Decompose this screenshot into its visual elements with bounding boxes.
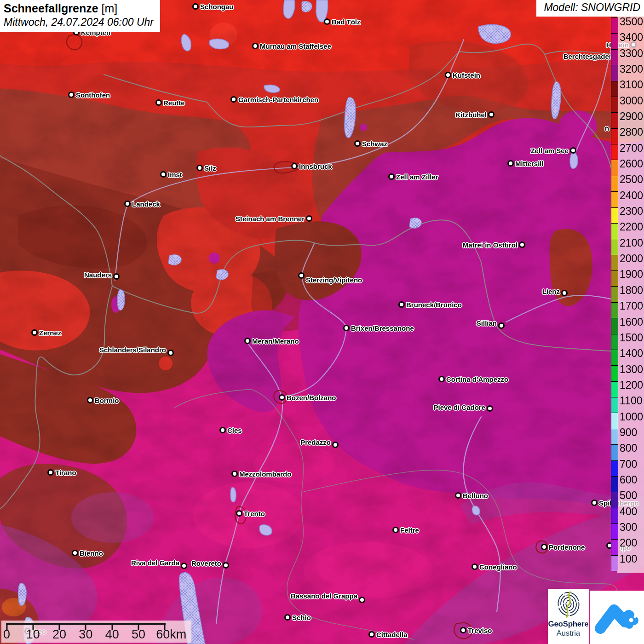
city-label: Cortina d'Ampezzo xyxy=(446,375,508,383)
city-label: Cles xyxy=(227,426,242,434)
city-label: Brixen/Bressanone xyxy=(351,324,414,332)
city-marker xyxy=(160,171,167,178)
city-label: Murnau am Staffelsee xyxy=(260,42,331,50)
city-marker xyxy=(298,272,305,279)
city-marker xyxy=(472,564,478,570)
scale-bar-label: 20 xyxy=(52,627,66,642)
city-label: Meran/Merano xyxy=(252,337,299,345)
city-label: Tirano xyxy=(55,469,76,477)
city-marker xyxy=(306,215,312,222)
city-marker xyxy=(236,510,242,517)
city-marker xyxy=(244,338,251,344)
city-marker xyxy=(398,301,405,308)
city-marker xyxy=(606,542,613,549)
city-marker xyxy=(332,442,339,448)
city-marker xyxy=(231,471,238,477)
city-label: Riva del Garda xyxy=(131,559,179,567)
product-unit: [m] xyxy=(102,2,118,15)
geosphere-logo-box: GeoSphere Austria xyxy=(548,589,589,644)
city-label: Bozen/Bolzano xyxy=(287,394,336,402)
valid-datetime: Mittwoch, 24.07.2024 06:00 Uhr xyxy=(4,16,154,29)
city-label: Sonthofen xyxy=(76,91,110,99)
city-label-fragment: ipo xyxy=(621,544,631,552)
model-label-box: Modell: SNOWGRID xyxy=(536,0,644,17)
snowfall-limit-map: SchongauBad TölzKemptenMurnau am Staffel… xyxy=(0,0,644,644)
city-marker xyxy=(591,500,598,506)
city-label: Predazzo xyxy=(300,438,331,446)
city-marker xyxy=(284,614,291,621)
scale-bar-label: 0 xyxy=(3,627,10,642)
city-label: Sterzing/Vipiteno xyxy=(306,276,362,284)
city-label: Spilimbergo xyxy=(599,499,639,507)
city-label: Conegliano xyxy=(479,563,517,571)
product-title: Schneefallgrenze [m] xyxy=(4,2,154,15)
city-label: Garmisch-Partenkirchen xyxy=(238,96,318,104)
city-marker xyxy=(630,41,637,48)
city-label: Reutte xyxy=(163,99,185,107)
city-marker xyxy=(124,201,131,207)
city-label: Innsbruck xyxy=(299,162,332,170)
city-marker xyxy=(392,527,399,533)
city-marker xyxy=(72,550,78,556)
city-marker xyxy=(460,627,466,633)
city-label: Silz xyxy=(204,164,216,172)
geosphere-fingerprint-icon xyxy=(555,591,582,619)
city-label: Zell am See xyxy=(530,147,569,155)
city-marker xyxy=(223,562,229,569)
city-marker xyxy=(324,18,330,25)
city-label: Feltre xyxy=(400,526,419,534)
city-label: Berchtesgaden xyxy=(564,52,613,60)
product-name: Schneefallgrenze xyxy=(4,2,98,15)
city-marker xyxy=(230,96,237,103)
city-marker xyxy=(354,140,361,147)
partner-logo-box xyxy=(590,591,644,644)
city-marker xyxy=(167,350,174,356)
scale-bar-label: 50 xyxy=(132,627,145,642)
city-label: Bad Tölz xyxy=(332,18,361,26)
scale-bar-label: 30 xyxy=(79,627,92,642)
city-marker xyxy=(498,322,505,329)
city-marker xyxy=(561,290,568,296)
mountain-cloud-logo-icon xyxy=(590,591,644,644)
city-marker xyxy=(507,160,514,167)
city-marker xyxy=(87,397,93,403)
city-marker xyxy=(388,173,395,180)
geosphere-country: Austria xyxy=(548,629,589,638)
city-label: Schio xyxy=(292,614,311,621)
city-label: Belluno xyxy=(463,492,488,500)
city-label: Rovereto xyxy=(191,559,221,567)
city-label: Bormio xyxy=(95,397,119,404)
city-marker xyxy=(343,325,350,331)
city-label: Zernez xyxy=(39,329,61,337)
city-marker xyxy=(438,376,445,382)
city-marker xyxy=(368,631,375,638)
geosphere-name: GeoSphere xyxy=(548,620,589,629)
city-marker xyxy=(487,405,493,412)
city-label: Schongau xyxy=(200,3,234,11)
city-marker xyxy=(31,329,38,336)
city-label-fragment: n xyxy=(605,124,609,132)
city-marker xyxy=(519,242,525,248)
city-label: Cittadella xyxy=(376,631,408,638)
city-marker xyxy=(359,597,365,603)
city-label: Nauders xyxy=(84,271,112,279)
scale-bar-label: 60km xyxy=(156,627,186,642)
city-label: Pieve di Cadore xyxy=(433,403,485,411)
city-label: Mezzolombardo xyxy=(239,470,291,478)
city-label: Treviso xyxy=(468,627,492,634)
city-marker xyxy=(155,99,162,106)
city-marker xyxy=(279,394,285,401)
city-marker xyxy=(68,92,75,98)
city-marker xyxy=(113,273,120,280)
city-label: Mittersill xyxy=(515,160,544,167)
city-marker xyxy=(47,469,54,476)
scale-bar-label: 10 xyxy=(26,627,40,642)
city-label: Landeck xyxy=(132,200,160,208)
map-title-box: Schneefallgrenze [m] Mittwoch, 24.07.202… xyxy=(0,0,160,32)
city-marker xyxy=(570,147,576,154)
city-marker xyxy=(181,563,187,569)
city-label: Steinach am Brenner xyxy=(236,215,305,223)
city-marker xyxy=(196,165,203,171)
city-label: Trento xyxy=(244,510,265,518)
city-marker xyxy=(192,3,199,10)
